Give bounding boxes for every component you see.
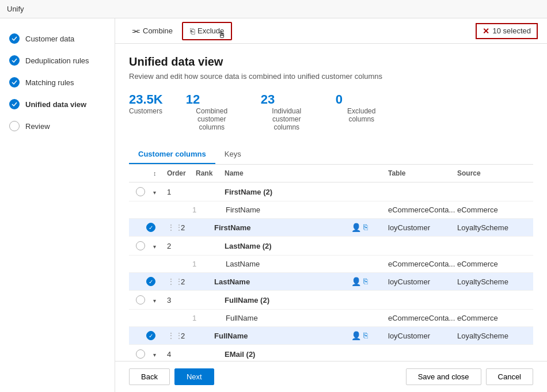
source-fln2: LoyaltyScheme [457,332,526,340]
chevron-email[interactable]: ▾ [153,350,167,359]
source-fn2: LoyaltyScheme [457,223,526,232]
checkbox-ln2[interactable] [146,277,164,286]
source-ln1: eCommerce [457,260,526,268]
order-fullname: 3 [167,296,196,305]
sort-icon: ↕ [153,170,157,177]
source-fln1: eCommerce [457,314,526,322]
icons-ln2: 👤 ⎘ [351,277,386,286]
exclude-label: Exclude [197,26,224,35]
table-row-email-parent: ▾ 4 EMail (2) [129,345,533,361]
icons-fn2: 👤 ⎘ [351,223,386,232]
page-content: Unified data view Review and edit how so… [115,44,547,361]
table-fn2: loyCustomer [388,223,457,232]
rank-ln2: 2 [181,277,210,286]
stat-combined-label: Combined customer columns [186,107,238,131]
copy-icon-fn2: ⎘ [363,223,368,232]
combine-label: Combine [143,26,173,35]
app-container: Unify Customer data Deduplication rules [0,0,547,392]
checkbox-fln2[interactable] [146,331,164,340]
tab-customer-columns-label: Customer columns [138,150,206,158]
drag-handle-fn2[interactable]: ⋮⋮ [167,223,178,232]
table-row-fn1[interactable]: 1 FirstName eCommerceContа... eCommerce [129,201,533,219]
table-fn1: eCommerceContа... [388,205,457,214]
order-email: 4 [167,350,196,359]
checkbox-icon-fn2[interactable] [146,223,155,232]
rank-fn1: 1 [192,205,221,214]
table-row-fln2[interactable]: ⋮⋮ 2 FullName 👤 ⎘ loyCustomer LoyaltySch… [129,327,533,345]
sidebar: Customer data Deduplication rules Matchi… [0,18,115,392]
check-icon-unified [9,99,20,109]
name-ln2: LastName [214,277,351,286]
person-icon-ln2: 👤 [351,277,361,286]
save-close-label: Save and close [418,372,469,381]
footer-left: Back Next [129,368,214,385]
drag-handle-ln2[interactable]: ⋮⋮ [167,277,178,286]
rank-fln2: 2 [181,332,210,340]
checkbox-fullname-parent[interactable] [136,295,153,305]
check-icon-deduplication [9,55,20,66]
name-ln1: LastName [226,260,354,268]
checkbox-icon-ln2[interactable] [146,277,155,286]
sidebar-item-unified-data-view[interactable]: Unified data view [0,93,115,115]
table-ln1: eCommerceContа... [388,260,457,268]
checkbox-fn2[interactable] [146,223,164,232]
name-email-parent: EMail (2) [225,350,354,359]
stat-individual: 23 Individual customer columns [261,92,313,131]
checkbox-icon-email[interactable] [136,349,145,359]
table-row-ln2[interactable]: ⋮⋮ 2 LastName 👤 ⎘ loyCustomer LoyaltySch… [129,273,533,291]
selected-count-badge[interactable]: ✕ 10 selected [476,23,538,39]
table-row-fln1[interactable]: 1 FullName eCommerceContа... eCommerce [129,310,533,327]
checkbox-icon-firstname[interactable] [136,187,145,196]
checkbox-lastname-parent[interactable] [136,241,153,250]
sidebar-item-deduplication-rules[interactable]: Deduplication rules [0,50,115,71]
close-x-icon: ✕ [483,26,489,36]
source-fn1: eCommerce [457,205,526,214]
checkbox-email-parent[interactable] [136,349,153,359]
header-chevron: ↕ [153,169,167,177]
page-subtitle: Review and edit how source data is combi… [129,72,533,81]
table-fln1: eCommerceContа... [388,314,457,322]
sidebar-item-review[interactable]: Review [0,115,115,137]
sidebar-item-customer-data[interactable]: Customer data [0,28,115,50]
checkbox-icon-fullname[interactable] [136,295,145,305]
exclude-button[interactable]: ⎗ Exclude 🖱 [182,22,232,40]
app-title-text: Unify [7,5,24,13]
sidebar-label-review: Review [25,122,50,131]
table-row-ln1[interactable]: 1 LastName eCommerceContа... eCommerce [129,256,533,273]
back-button[interactable]: Back [129,368,170,385]
drag-handle-fln2[interactable]: ⋮⋮ [167,331,178,340]
header-order: Order [167,169,196,177]
person-icon-fn2: 👤 [351,223,361,232]
next-button[interactable]: Next [174,368,214,385]
main-layout: Customer data Deduplication rules Matchi… [0,18,547,392]
tab-customer-columns[interactable]: Customer columns [129,145,215,164]
table-row-lastname-parent: ▾ 2 LastName (2) [129,237,533,256]
chevron-firstname[interactable]: ▾ [153,188,167,196]
stat-excluded-label: Excluded columns [336,107,388,123]
table-row-fn2[interactable]: ⋮⋮ 2 FirstName 👤 ⎘ loyCustomer LoyaltySc… [129,219,533,237]
save-close-button[interactable]: Save and close [406,368,481,385]
stat-excluded: 0 Excluded columns [336,92,388,131]
name-fln1: FullName [226,314,354,322]
table-container: ↕ Order Rank Name Table Source [129,165,533,361]
header-rank: Rank [196,169,225,177]
stats-row: 23.5K Customers 12 Combined customer col… [129,92,533,131]
combine-button[interactable]: ⫘ Combine [124,22,180,39]
copy-icon-fln2: ⎘ [363,331,368,340]
rank-fn2: 2 [181,223,210,232]
chevron-lastname[interactable]: ▾ [153,242,167,250]
cancel-button[interactable]: Cancel [486,368,533,385]
sidebar-label-unified: Unified data view [25,100,86,109]
name-fn2: FirstName [214,223,351,232]
footer: Back Next Save and close Cancel [115,361,547,392]
checkbox-firstname-parent[interactable] [136,187,153,196]
stat-combined-number: 12 [186,92,238,107]
tab-keys[interactable]: Keys [215,145,250,164]
sidebar-item-matching-rules[interactable]: Matching rules [0,71,115,93]
rank-ln1: 1 [192,260,221,268]
checkbox-icon-fln2[interactable] [146,331,155,340]
checkbox-icon-lastname[interactable] [136,241,145,250]
footer-right: Save and close Cancel [406,368,533,385]
chevron-fullname[interactable]: ▾ [153,296,167,305]
cancel-label: Cancel [498,372,521,381]
